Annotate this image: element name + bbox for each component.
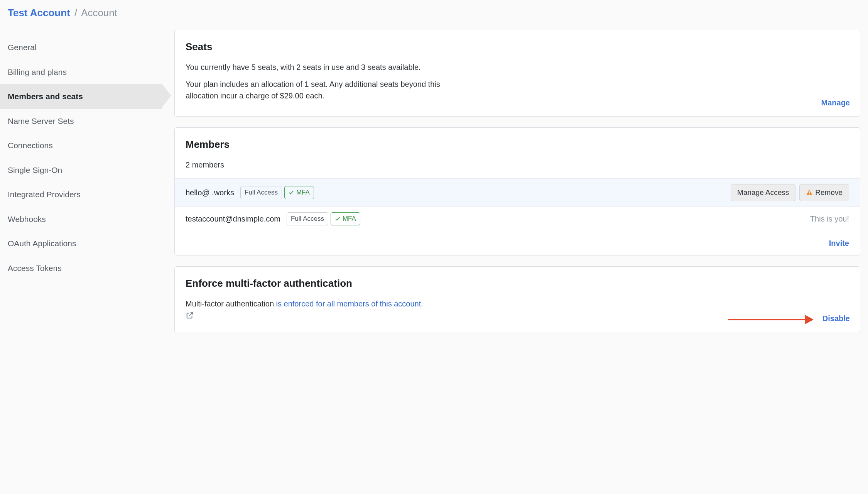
this-is-you-label: This is you! [810, 213, 849, 225]
sidebar-item-members-seats[interactable]: Members and seats [0, 84, 162, 109]
invite-link[interactable]: Invite [829, 239, 849, 247]
seats-summary: You currently have 5 seats, with 2 seats… [186, 61, 849, 73]
external-link-icon[interactable] [186, 311, 194, 320]
seats-heading: Seats [186, 39, 849, 54]
seats-allocation: Your plan includes an allocation of 1 se… [186, 78, 440, 102]
sidebar-item-webhooks[interactable]: Webhooks [0, 207, 162, 232]
seats-manage-link[interactable]: Manage [821, 97, 850, 108]
invite-row: Invite [175, 231, 860, 255]
sidebar-item-billing[interactable]: Billing and plans [0, 60, 162, 85]
mfa-status-text: Multi-factor authentication is enforced … [186, 298, 849, 310]
check-icon [289, 190, 294, 195]
member-email: hello@ .works [186, 187, 234, 198]
breadcrumb: Test Account / Account [0, 0, 868, 23]
manage-access-button[interactable]: Manage Access [731, 184, 795, 201]
breadcrumb-separator: / [74, 7, 77, 19]
svg-rect-1 [809, 194, 810, 195]
members-count: 2 members [186, 159, 849, 171]
mfa-heading: Enforce multi-factor authentication [186, 276, 849, 291]
member-email: testaccount@dnsimple.com [186, 213, 280, 225]
member-row: testaccount@dnsimple.com Full Access MFA… [175, 206, 860, 231]
seats-card: Seats You currently have 5 seats, with 2… [174, 30, 860, 117]
breadcrumb-account-link[interactable]: Test Account [8, 7, 70, 19]
sidebar-item-sso[interactable]: Single Sign-On [0, 158, 162, 183]
mfa-badge: MFA [331, 212, 360, 225]
mfa-badge: MFA [284, 186, 314, 199]
check-icon [335, 216, 340, 222]
main-content: Seats You currently have 5 seats, with 2… [174, 30, 860, 343]
sidebar-item-integrated-providers[interactable]: Integrated Providers [0, 182, 162, 207]
warning-icon [806, 189, 813, 196]
sidebar-item-name-server-sets[interactable]: Name Server Sets [0, 109, 162, 134]
sidebar-item-connections[interactable]: Connections [0, 133, 162, 158]
remove-member-button[interactable]: Remove [799, 184, 849, 201]
svg-rect-0 [809, 191, 810, 194]
mfa-prefix: Multi-factor authentication [186, 299, 276, 308]
members-card: Members 2 members hello@ .works Full Acc… [174, 127, 860, 255]
mfa-badge-label: MFA [343, 214, 356, 224]
sidebar-item-access-tokens[interactable]: Access Tokens [0, 256, 162, 281]
access-badge: Full Access [240, 186, 282, 199]
mfa-badge-label: MFA [296, 188, 310, 198]
access-badge: Full Access [287, 212, 328, 225]
member-row: hello@ .works Full Access MFA Manage Acc… [175, 178, 860, 206]
mfa-card: Enforce multi-factor authentication Mult… [174, 266, 860, 332]
mfa-status-link[interactable]: is enforced for all members of this acco… [276, 299, 423, 308]
sidebar: General Billing and plans Members and se… [0, 30, 162, 343]
breadcrumb-current: Account [81, 7, 117, 19]
sidebar-item-oauth-applications[interactable]: OAuth Applications [0, 231, 162, 256]
remove-button-label: Remove [815, 188, 843, 197]
members-heading: Members [186, 137, 849, 152]
sidebar-item-general[interactable]: General [0, 35, 162, 60]
mfa-disable-link[interactable]: Disable [822, 313, 850, 324]
